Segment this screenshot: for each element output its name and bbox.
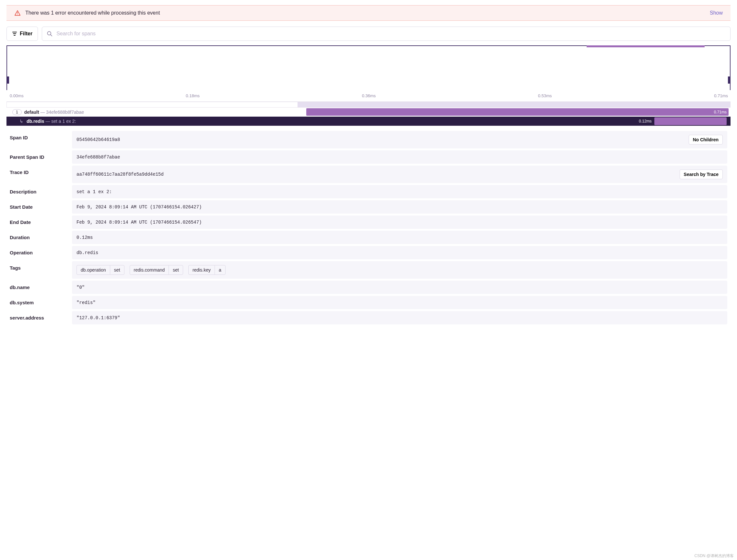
search-input[interactable] xyxy=(56,27,726,41)
span-row-root[interactable]: 1 default — 34efe688b8f7abae 0.71ms xyxy=(6,108,731,117)
detail-row-db-system: db.system "redis" xyxy=(10,296,727,309)
search-icon xyxy=(47,31,53,37)
error-banner: There was 1 error encountered while proc… xyxy=(6,5,731,21)
span-details: Span ID 05450642b64619a8 No Children Par… xyxy=(6,131,731,324)
filter-button[interactable]: Filter xyxy=(6,27,38,41)
show-error-button[interactable]: Show xyxy=(710,10,723,16)
svg-line-6 xyxy=(51,35,52,36)
child-arrow-icon: ↳ xyxy=(19,119,23,124)
detail-row-span-id: Span ID 05450642b64619a8 No Children xyxy=(10,131,727,148)
detail-value: db.operationset redis.commandset redis.k… xyxy=(72,261,727,279)
detail-value: 0.12ms xyxy=(72,231,727,244)
detail-label: End Date xyxy=(10,216,72,229)
span-label: db.redis — set a 1 ex 2: xyxy=(27,119,76,124)
detail-label: Trace ID xyxy=(10,166,72,183)
detail-row-db-name: db.name "0" xyxy=(10,281,727,294)
detail-value: Feb 9, 2024 8:09:14 AM UTC (1707466154.0… xyxy=(72,200,727,214)
detail-label: Tags xyxy=(10,261,72,279)
time-tick: 0.71ms xyxy=(714,93,728,98)
detail-value: Feb 9, 2024 8:09:14 AM UTC (1707466154.0… xyxy=(72,216,727,229)
detail-value: 34efe688b8f7abae xyxy=(72,150,727,164)
detail-label: db.system xyxy=(10,296,72,309)
detail-row-trace-id: Trace ID aa748ff60611c7aa28f8fe5a9dd4e15… xyxy=(10,166,727,183)
detail-value: "redis" xyxy=(72,296,727,309)
detail-value: aa748ff60611c7aa28f8fe5a9dd4e15d Search … xyxy=(72,166,727,183)
span-duration-bar: 0.71ms xyxy=(306,108,729,116)
time-tick: 0.53ms xyxy=(538,93,552,98)
detail-value: "0" xyxy=(72,281,727,294)
detail-label: Operation xyxy=(10,246,72,259)
span-duration: 0.71ms xyxy=(714,110,727,114)
detail-label: Start Date xyxy=(10,200,72,214)
time-tick: 0.36ms xyxy=(362,93,376,98)
span-row-child[interactable]: ↳ db.redis — set a 1 ex 2: 0.12ms xyxy=(6,117,731,126)
span-label: default — 34efe688b8f7abae xyxy=(24,110,84,115)
timeline-handle-right[interactable] xyxy=(728,76,731,84)
timeline-minimap[interactable] xyxy=(6,45,731,90)
detail-label: db.name xyxy=(10,281,72,294)
detail-row-tags: Tags db.operationset redis.commandset re… xyxy=(10,261,727,279)
detail-value: 05450642b64619a8 No Children xyxy=(72,131,727,148)
detail-row-parent-span-id: Parent Span ID 34efe688b8f7abae xyxy=(10,150,727,164)
detail-value: db.redis xyxy=(72,246,727,259)
detail-label: Span ID xyxy=(10,131,72,148)
detail-row-end-date: End Date Feb 9, 2024 8:09:14 AM UTC (170… xyxy=(10,216,727,229)
tag-pill[interactable]: redis.keya xyxy=(188,265,226,275)
detail-row-start-date: Start Date Feb 9, 2024 8:09:14 AM UTC (1… xyxy=(10,200,727,214)
time-axis: 0.00ms 0.18ms 0.36ms 0.53ms 0.71ms xyxy=(6,90,731,102)
detail-value: "127.0.0.1:6379" xyxy=(72,311,727,324)
span-duration-bar xyxy=(654,117,727,125)
filter-icon xyxy=(12,31,17,36)
detail-row-duration: Duration 0.12ms xyxy=(10,231,727,244)
span-overview-bar xyxy=(6,102,731,108)
warning-icon xyxy=(14,10,21,16)
timeline-handle-left[interactable] xyxy=(6,76,9,84)
search-wrapper[interactable] xyxy=(42,27,731,41)
detail-label: Duration xyxy=(10,231,72,244)
span-children-count: 1 xyxy=(12,109,22,115)
error-message: There was 1 error encountered while proc… xyxy=(25,10,160,16)
detail-label: Parent Span ID xyxy=(10,150,72,164)
detail-value: set a 1 ex 2: xyxy=(72,185,727,198)
svg-point-1 xyxy=(17,14,18,15)
time-tick: 0.18ms xyxy=(186,93,200,98)
search-by-trace-button[interactable]: Search by Trace xyxy=(680,169,723,179)
detail-label: server.address xyxy=(10,311,72,324)
no-children-button[interactable]: No Children xyxy=(689,135,723,145)
tag-pill[interactable]: redis.commandset xyxy=(130,265,183,275)
detail-row-description: Description set a 1 ex 2: xyxy=(10,185,727,198)
detail-row-operation: Operation db.redis xyxy=(10,246,727,259)
detail-row-server-address: server.address "127.0.0.1:6379" xyxy=(10,311,727,324)
minimap-span-marker xyxy=(587,45,704,47)
detail-label: Description xyxy=(10,185,72,198)
filter-label: Filter xyxy=(20,31,32,37)
span-duration: 0.12ms xyxy=(639,119,651,123)
tag-pill[interactable]: db.operationset xyxy=(76,265,124,275)
time-tick: 0.00ms xyxy=(10,93,24,98)
